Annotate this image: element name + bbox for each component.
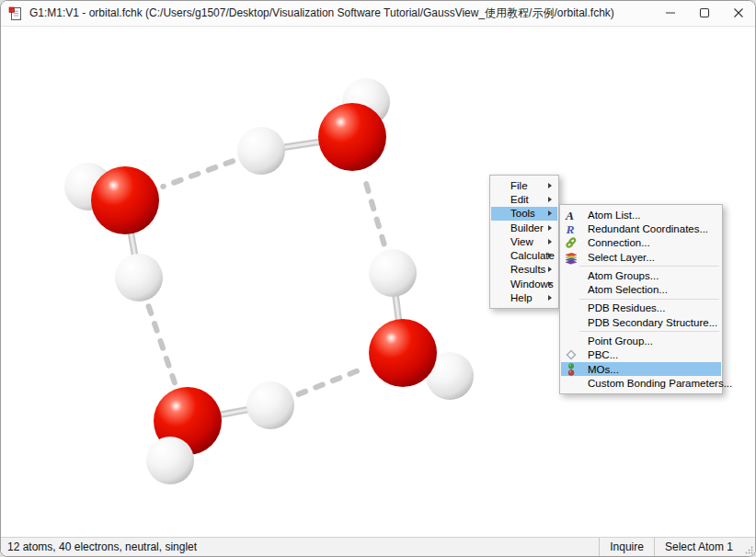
tools-submenu: AAtom List...RRedundant Coordinates...Co…	[559, 204, 723, 394]
submenu-arrow-icon	[548, 267, 552, 272]
submenu-item-mos[interactable]: MOs...	[561, 362, 721, 376]
submenu-item-atom-list[interactable]: AAtom List...	[561, 208, 721, 222]
status-bar: 12 atoms, 40 electrons, neutral, singlet…	[1, 537, 755, 556]
menu-separator	[579, 299, 719, 300]
menu-item-windows[interactable]: Windows	[491, 277, 557, 290]
menu-item-label: Tools	[510, 208, 535, 219]
menu-item-file[interactable]: File	[491, 178, 557, 192]
maximize-button[interactable]	[687, 1, 721, 26]
hydrogen-bond-H4b-O1[interactable]	[364, 176, 384, 244]
menu-separator	[579, 331, 719, 332]
submenu-arrow-icon	[548, 225, 552, 231]
atom-hydrogen-H4b[interactable]	[369, 249, 417, 297]
submenu-item-atom-groups[interactable]: Atom Groups...	[561, 268, 721, 282]
mos-icon	[564, 362, 578, 377]
status-mouse-mode-label: Inquire	[610, 540, 644, 553]
minimize-icon	[665, 6, 676, 22]
hydrogen-bond-H1b-O2[interactable]	[163, 161, 233, 187]
menu-item-label: View	[510, 236, 533, 247]
submenu-arrow-icon	[548, 183, 552, 188]
status-action-hint[interactable]: Select Atom 1	[654, 538, 743, 556]
submenu-arrow-icon	[548, 239, 552, 244]
hydrogen-bond-H2b-O3[interactable]	[149, 306, 175, 382]
menu-item-view[interactable]: View	[491, 234, 557, 248]
menu-item-label: PDB Secondary Structure...	[588, 317, 717, 328]
menu-item-tools[interactable]: Tools	[491, 207, 557, 221]
atom-oxygen-O1[interactable]	[318, 103, 386, 171]
menu-item-label: Custom Bonding Parameters...	[588, 378, 732, 389]
hydrogen-bond-H3b-O4[interactable]	[299, 368, 365, 394]
svg-text:A: A	[565, 208, 574, 222]
menu-item-label: Redundant Coordinates...	[588, 223, 708, 234]
menu-item-edit[interactable]: Edit	[491, 192, 557, 206]
resize-grip-icon[interactable]	[743, 538, 755, 556]
menu-item-label: Atom Selection...	[588, 284, 668, 295]
menu-item-label: Select Layer...	[588, 252, 655, 263]
window-title: G1:M1:V1 - orbital.fchk (C:/Users/g1507/…	[29, 6, 614, 21]
menu-item-label: Builder	[510, 222, 544, 233]
menu-item-help[interactable]: Help	[491, 290, 557, 304]
submenu-item-point-group[interactable]: Point Group...	[561, 334, 721, 347]
context-menu: FileEditToolsBuilderViewCalculateResults…	[489, 175, 559, 309]
atom-oxygen-O4[interactable]	[369, 319, 437, 387]
menu-item-label: Atom List...	[588, 210, 641, 221]
menu-item-builder[interactable]: Builder	[491, 221, 557, 234]
menu-item-label: Results	[510, 264, 545, 275]
atom-hydrogen-H3b[interactable]	[246, 381, 294, 429]
maximize-icon	[699, 6, 710, 22]
menu-item-calculate[interactable]: Calculate	[491, 248, 557, 262]
redundant-coordinates-icon: R	[564, 222, 578, 236]
submenu-item-pdb-residues[interactable]: PDB Residues...	[561, 301, 721, 315]
pbc-icon	[564, 347, 578, 362]
window-controls	[653, 1, 755, 26]
status-action-hint-label: Select Atom 1	[665, 540, 733, 553]
gaussview-window: G1:M1:V1 - orbital.fchk (C:/Users/g1507/…	[0, 0, 756, 557]
atom-hydrogen-H2b[interactable]	[115, 254, 163, 301]
atom-hydrogen-H1b[interactable]	[237, 127, 285, 175]
menu-item-label: Atom Groups...	[588, 270, 659, 281]
minimize-button[interactable]	[653, 1, 687, 26]
svg-text:R: R	[566, 222, 575, 235]
close-icon	[733, 6, 744, 22]
submenu-arrow-icon	[548, 281, 552, 287]
submenu-item-redundant-coordinates[interactable]: RRedundant Coordinates...	[561, 222, 721, 235]
connection-icon	[564, 235, 578, 250]
menu-item-label: PBC...	[588, 349, 618, 360]
menu-item-label: Edit	[510, 194, 529, 205]
menu-item-label: Point Group...	[588, 335, 653, 347]
gaussview-file-icon	[8, 6, 23, 21]
status-right-panel: Inquire Select Atom 1	[599, 538, 755, 556]
submenu-item-custom-bonding-parameters[interactable]: Custom Bonding Parameters...	[561, 376, 721, 390]
menu-item-label: Connection...	[588, 237, 650, 248]
menu-separator	[579, 266, 719, 267]
status-molecule-info: 12 atoms, 40 electrons, neutral, singlet	[1, 540, 197, 553]
submenu-item-pbc[interactable]: PBC...	[561, 348, 721, 362]
submenu-item-atom-selection[interactable]: Atom Selection...	[561, 282, 721, 296]
menu-item-label: Windows	[510, 278, 554, 290]
menu-item-label: File	[510, 180, 528, 191]
submenu-arrow-icon	[548, 210, 552, 216]
submenu-arrow-icon	[548, 253, 552, 258]
close-button[interactable]	[721, 1, 755, 26]
atom-oxygen-O2[interactable]	[91, 166, 159, 234]
submenu-arrow-icon	[548, 197, 552, 202]
select-layer-icon	[564, 250, 578, 265]
submenu-item-pdb-secondary-structure[interactable]: PDB Secondary Structure...	[561, 315, 721, 329]
status-mouse-mode[interactable]: Inquire	[599, 538, 654, 556]
submenu-arrow-icon	[548, 295, 552, 301]
menu-item-label: PDB Residues...	[588, 302, 665, 313]
submenu-item-connection[interactable]: Connection...	[561, 236, 721, 250]
menu-item-label: Help	[510, 292, 533, 303]
menu-item-results[interactable]: Results	[491, 263, 557, 277]
submenu-item-select-layer[interactable]: Select Layer...	[561, 250, 721, 264]
atom-hydrogen-H3a[interactable]	[146, 437, 194, 484]
menu-item-label: MOs...	[588, 364, 619, 375]
title-bar: G1:M1:V1 - orbital.fchk (C:/Users/g1507/…	[1, 1, 755, 27]
atom-list-icon: A	[564, 208, 578, 222]
